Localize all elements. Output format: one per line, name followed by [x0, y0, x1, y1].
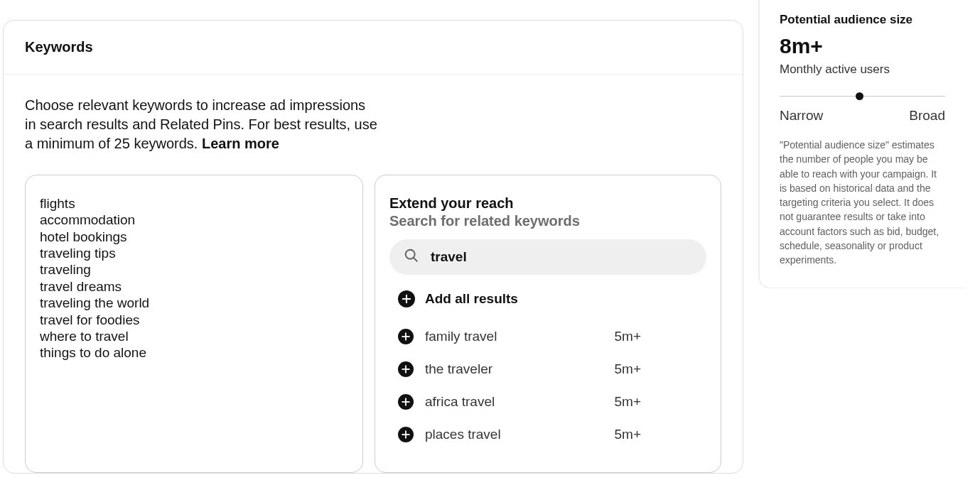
- result-row[interactable]: places travel5m+: [398, 427, 698, 442]
- slider-label-narrow: Narrow: [780, 108, 823, 124]
- audience-subtitle: Monthly active users: [780, 62, 945, 77]
- selected-keywords-box[interactable]: flights accommodation hotel bookings tra…: [25, 175, 363, 473]
- result-count: 5m+: [615, 427, 642, 442]
- audience-explanation: "Potential audience size" estimates the …: [780, 138, 945, 268]
- audience-slider[interactable]: [780, 89, 945, 104]
- panel-body: Choose relevant keywords to increase ad …: [4, 75, 743, 473]
- svg-rect-8: [402, 369, 410, 370]
- audience-value: 8m+: [780, 34, 945, 58]
- keywords-panel: Keywords Choose relevant keywords to inc…: [3, 20, 743, 474]
- result-count: 5m+: [615, 361, 642, 377]
- slider-label-broad: Broad: [909, 108, 945, 124]
- svg-rect-2: [402, 298, 411, 300]
- columns: flights accommodation hotel bookings tra…: [25, 175, 721, 473]
- keyword-search-box[interactable]: [389, 239, 706, 275]
- svg-rect-14: [402, 434, 410, 435]
- result-label: family travel: [425, 329, 603, 344]
- svg-rect-5: [402, 336, 410, 337]
- result-label: africa travel: [425, 394, 603, 410]
- result-label: places travel: [425, 427, 603, 442]
- plus-circle-icon: [398, 329, 414, 344]
- add-all-results-button[interactable]: Add all results: [398, 290, 698, 307]
- panel-description: Choose relevant keywords to increase ad …: [25, 96, 380, 153]
- extend-reach-box: Extend your reach Search for related key…: [375, 175, 721, 473]
- selected-keywords-text: flights accommodation hotel bookings tra…: [40, 195, 348, 361]
- keyword-search-input[interactable]: [431, 249, 692, 265]
- panel-title: Keywords: [25, 39, 721, 55]
- plus-circle-icon: [398, 394, 414, 410]
- plus-circle-icon: [398, 427, 414, 442]
- slider-handle[interactable]: [856, 92, 863, 100]
- plus-circle-icon: [398, 361, 414, 377]
- search-icon: [404, 248, 431, 266]
- result-row[interactable]: the traveler5m+: [398, 361, 698, 377]
- result-row[interactable]: family travel5m+: [398, 329, 698, 344]
- add-all-label: Add all results: [425, 291, 518, 307]
- learn-more-link[interactable]: Learn more: [202, 136, 279, 151]
- description-text: Choose relevant keywords to increase ad …: [25, 97, 377, 151]
- audience-title: Potential audience size: [780, 13, 945, 27]
- result-count: 5m+: [615, 329, 642, 344]
- audience-panel: Potential audience size 8m+ Monthly acti…: [759, 0, 965, 288]
- results-list: family travel5m+the traveler5m+africa tr…: [389, 329, 706, 442]
- extend-title: Extend your reach: [389, 195, 706, 212]
- result-label: the traveler: [425, 361, 603, 377]
- svg-rect-11: [402, 401, 410, 403]
- result-row[interactable]: africa travel5m+: [398, 394, 698, 410]
- extend-subtitle: Search for related keywords: [389, 213, 706, 229]
- slider-labels: Narrow Broad: [780, 108, 945, 124]
- panel-header: Keywords: [4, 21, 743, 75]
- plus-circle-icon: [398, 290, 415, 307]
- result-count: 5m+: [615, 394, 642, 410]
